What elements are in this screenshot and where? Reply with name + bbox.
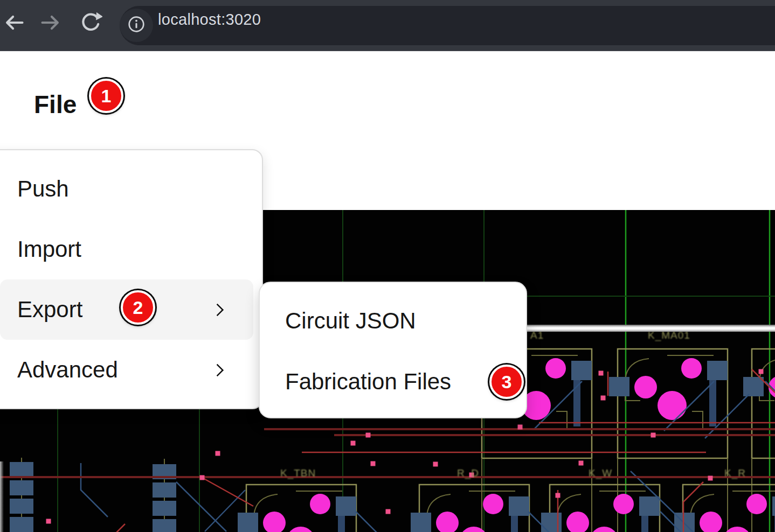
menu-item-label: Export xyxy=(17,297,82,323)
step-number: 1 xyxy=(101,86,112,107)
component-label: K_R xyxy=(724,467,746,479)
component-label: R_D xyxy=(457,467,479,479)
menu-shadow xyxy=(0,461,4,532)
forward-button[interactable] xyxy=(39,12,63,36)
file-menu-button[interactable]: File xyxy=(34,90,77,118)
step-number: 2 xyxy=(133,297,143,318)
menu-item-import[interactable]: Import xyxy=(0,219,253,279)
browser-toolbar: localhost:3020 xyxy=(0,0,775,51)
page-content: File xyxy=(0,51,775,532)
chevron-right-icon xyxy=(211,303,224,316)
info-icon xyxy=(124,12,148,38)
reload-button[interactable] xyxy=(79,12,102,36)
annotation-step-3-badge: 3 xyxy=(489,365,524,399)
annotation-step-1-badge: 1 xyxy=(89,79,123,113)
submenu-item-fabrication-files[interactable]: Fabrication Files xyxy=(260,351,526,412)
submenu-item-label: Fabrication Files xyxy=(285,369,451,395)
menu-item-label: Import xyxy=(17,236,81,262)
submenu-item-circuit-json[interactable]: Circuit JSON xyxy=(260,290,526,351)
menu-item-push[interactable]: Push xyxy=(0,159,253,219)
back-arrow-icon xyxy=(2,11,25,37)
component-label: K_TBN xyxy=(280,467,316,479)
submenu-item-label: Circuit JSON xyxy=(285,308,416,334)
step-number: 3 xyxy=(502,372,512,393)
annotation-step-2-badge: 2 xyxy=(121,290,155,325)
forward-arrow-icon xyxy=(39,11,63,37)
site-info-button[interactable] xyxy=(120,9,153,42)
menu-item-label: Advanced xyxy=(17,357,118,383)
export-submenu: Circuit JSON Fabrication Files xyxy=(259,282,527,418)
url-text[interactable]: localhost:3020 xyxy=(158,0,261,39)
file-dropdown-menu: Push Import Export Advanced xyxy=(0,149,263,409)
reload-icon xyxy=(79,11,102,37)
component-label: K_W xyxy=(589,467,612,479)
menu-item-advanced[interactable]: Advanced xyxy=(0,340,253,400)
back-button[interactable] xyxy=(2,12,25,36)
chevron-right-icon xyxy=(211,363,224,376)
menu-item-label: Push xyxy=(17,176,69,202)
